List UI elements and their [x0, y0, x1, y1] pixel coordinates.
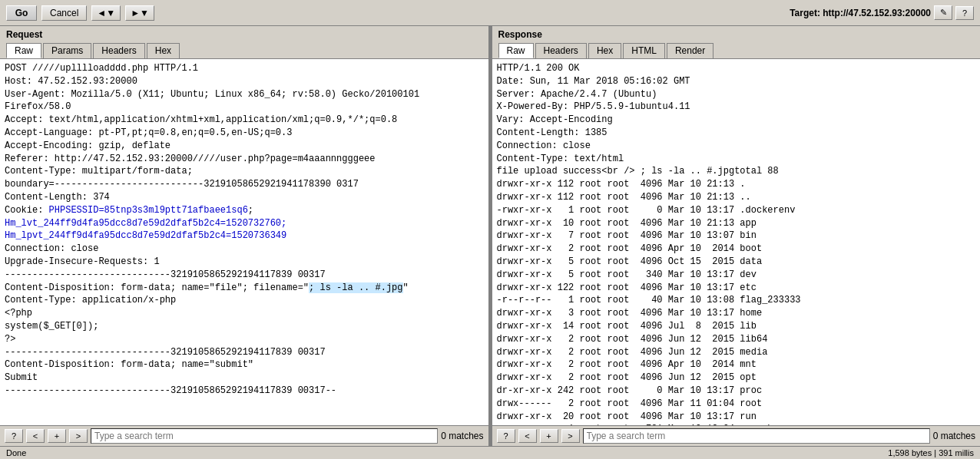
go-button[interactable]: Go [6, 5, 37, 21]
response-search-input[interactable] [583, 428, 930, 444]
nav-fwd-button[interactable]: ►▼ [125, 5, 154, 21]
status-bar: Done 1,598 bytes | 391 millis [0, 446, 980, 459]
request-content[interactable]: POST /////uplllloadddd.php HTTP/1.1Host:… [0, 59, 488, 425]
response-title: Response [498, 29, 975, 40]
response-content[interactable]: HTTP/1.1 200 OKDate: Sun, 11 Mar 2018 05… [492, 59, 981, 425]
request-search-input[interactable] [91, 428, 438, 444]
target-url: Target: http://47.52.152.93:20000 [790, 8, 931, 18]
response-search-add[interactable]: + [540, 429, 558, 443]
tab-response-html[interactable]: HTML [623, 43, 665, 58]
status-left: Done [6, 448, 26, 457]
request-title: Request [6, 29, 482, 40]
tab-request-headers[interactable]: Headers [93, 43, 144, 58]
cancel-button[interactable]: Cancel [41, 5, 87, 21]
edit-target-button[interactable]: ✎ [934, 5, 952, 20]
response-header: Response Raw Headers Hex HTML Render [492, 26, 981, 59]
tab-response-render[interactable]: Render [667, 43, 713, 58]
tab-response-hex[interactable]: Hex [588, 43, 621, 58]
response-matches: 0 matches [933, 431, 975, 441]
nav-back-button[interactable]: ◄▼ [91, 5, 121, 21]
tab-request-raw[interactable]: Raw [6, 43, 41, 58]
request-search-add[interactable]: + [48, 429, 66, 443]
status-right: 1,598 bytes | 391 millis [888, 448, 974, 457]
response-panel: Response Raw Headers Hex HTML Render HTT… [492, 26, 981, 446]
main-content: Request Raw Params Headers Hex POST ////… [0, 26, 980, 446]
request-search-next[interactable]: > [69, 429, 88, 443]
tab-request-params[interactable]: Params [43, 43, 91, 58]
request-header: Request Raw Params Headers Hex [0, 26, 488, 59]
response-search-prev[interactable]: < [518, 429, 537, 443]
request-matches: 0 matches [441, 431, 483, 441]
request-search-help[interactable]: ? [5, 429, 23, 443]
request-search-bar: ? < + > 0 matches [0, 425, 488, 446]
request-panel: Request Raw Params Headers Hex POST ////… [0, 26, 489, 446]
response-search-help[interactable]: ? [497, 429, 515, 443]
request-search-prev[interactable]: < [26, 429, 45, 443]
tab-response-raw[interactable]: Raw [498, 43, 534, 58]
request-tabs: Raw Params Headers Hex [6, 43, 482, 58]
response-search-bar: ? < + > 0 matches [492, 425, 981, 446]
target-info: Target: http://47.52.152.93:20000 ✎ ? [790, 5, 974, 20]
help-button[interactable]: ? [955, 6, 974, 20]
top-bar: Go Cancel ◄▼ ►▼ Target: http://47.52.152… [0, 0, 980, 26]
response-tabs: Raw Headers Hex HTML Render [498, 43, 975, 58]
response-search-next[interactable]: > [561, 429, 580, 443]
tab-response-headers[interactable]: Headers [535, 43, 587, 58]
tab-request-hex[interactable]: Hex [147, 43, 180, 58]
